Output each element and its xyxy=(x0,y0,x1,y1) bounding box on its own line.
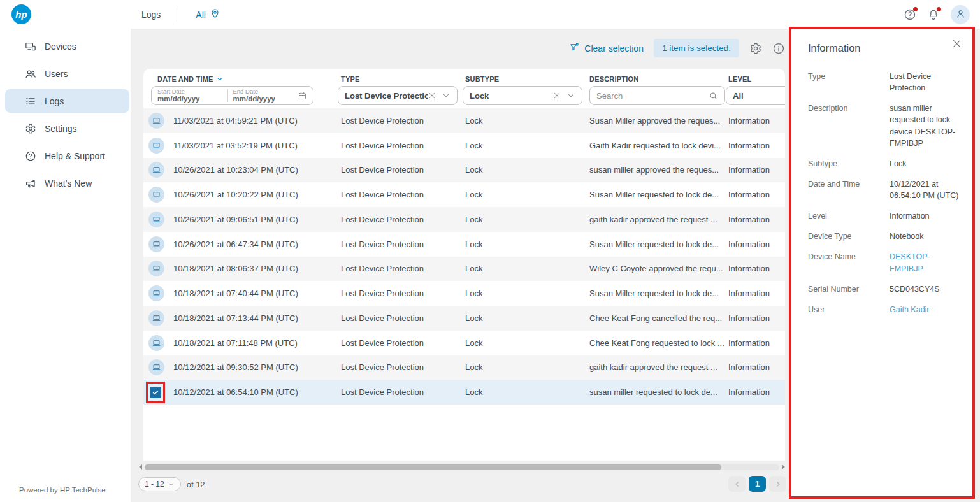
cell-level: Information xyxy=(728,190,785,199)
app-root: hp Logs All DevicesUsersLogsSetting xyxy=(0,0,980,502)
cell-level: Information xyxy=(728,165,785,175)
notifications-button[interactable] xyxy=(927,8,940,21)
table-row[interactable]: 11/03/2021 at 03:52:19 PM (UTC)Lost Devi… xyxy=(143,133,785,158)
clear-x-icon[interactable] xyxy=(428,91,436,100)
column-header-type[interactable]: TYPE xyxy=(341,75,360,83)
scrollbar-thumb[interactable] xyxy=(145,464,721,470)
cell-level: Information xyxy=(728,289,785,298)
cell-type: Lost Device Protection xyxy=(341,116,465,126)
table-row[interactable]: 10/26/2021 at 10:23:04 PM (UTC)Lost Devi… xyxy=(143,158,785,183)
cell-datetime: 10/12/2021 at 09:30:52 PM (UTC) xyxy=(173,362,341,372)
notification-dot xyxy=(937,7,941,11)
panel-field-label: Serial Number xyxy=(808,283,890,295)
panel-header: Information xyxy=(808,42,962,54)
notification-dot xyxy=(913,7,918,11)
scroll-left-arrow-icon[interactable] xyxy=(139,464,142,470)
sidebar-nav: DevicesUsersLogsSettingsHelp & SupportWh… xyxy=(0,29,131,195)
chevron-down-icon[interactable] xyxy=(566,91,575,100)
column-header-description[interactable]: DESCRIPTION xyxy=(589,75,638,83)
column-header-datetime[interactable]: DATE AND TIME xyxy=(157,75,224,83)
cell-description: Susan Miller requested to lock de... xyxy=(589,240,728,249)
sidebar-item-logs[interactable]: Logs xyxy=(5,89,129,113)
close-panel-button[interactable] xyxy=(951,38,962,49)
panel-field-value[interactable]: Gaith Kadir xyxy=(890,304,962,315)
table-row[interactable]: 10/18/2021 at 07:13:44 PM (UTC)Lost Devi… xyxy=(143,306,785,331)
description-search-input[interactable]: Search xyxy=(589,86,725,105)
sidebar-item-what-s-new[interactable]: What's New xyxy=(5,171,129,195)
start-date-input[interactable]: Start Date mm/dd/yyyy xyxy=(157,89,222,103)
laptop-icon xyxy=(148,212,164,227)
table-row[interactable]: 10/18/2021 at 07:11:48 PM (UTC)Lost Devi… xyxy=(143,331,785,355)
cell-level: Information xyxy=(728,215,785,224)
laptop-icon xyxy=(148,261,164,276)
scope-label: All xyxy=(196,10,206,20)
table-row[interactable]: 10/26/2021 at 09:06:51 PM (UTC)Lost Devi… xyxy=(143,207,785,232)
cell-type: Lost Device Protection xyxy=(341,313,465,323)
chevron-left-icon xyxy=(733,480,741,488)
laptop-icon xyxy=(148,236,164,252)
table-row[interactable]: 10/18/2021 at 07:40:44 PM (UTC)Lost Devi… xyxy=(143,281,785,306)
panel-field-label: Date and Time xyxy=(808,178,890,201)
panel-field-label: Description xyxy=(808,103,890,149)
cell-description: susan miller requested to lock de... xyxy=(589,387,728,397)
table-row[interactable]: 10/12/2021 at 06:54:10 PM (UTC)Lost Devi… xyxy=(143,380,785,405)
sidebar-item-users[interactable]: Users xyxy=(5,62,129,85)
avatar[interactable] xyxy=(951,5,970,24)
laptop-icon xyxy=(148,187,164,203)
end-date-input[interactable]: End Date mm/dd/yyyy xyxy=(233,89,298,103)
settings-icon xyxy=(25,123,36,134)
table-row[interactable]: 10/26/2021 at 10:20:22 PM (UTC)Lost Devi… xyxy=(143,182,785,207)
scope-selector[interactable]: All xyxy=(196,8,220,21)
panel-field-value[interactable]: DESKTOP-FMPIBJP xyxy=(890,251,962,274)
level-filter-select[interactable]: All xyxy=(726,86,785,105)
help-badge-button[interactable] xyxy=(904,8,916,21)
date-range-filter[interactable]: Start Date mm/dd/yyyy End Date mm/dd/yyy… xyxy=(151,86,313,105)
cell-subtype: Lock xyxy=(465,338,589,348)
sidebar-item-settings[interactable]: Settings xyxy=(5,117,129,140)
column-header-level[interactable]: LEVEL xyxy=(728,75,751,83)
topbar-divider xyxy=(178,6,178,23)
prev-page-button[interactable] xyxy=(728,476,746,492)
scrollbar-track[interactable] xyxy=(145,464,779,470)
current-page-button[interactable]: 1 xyxy=(749,476,766,492)
chevron-down-icon[interactable] xyxy=(442,91,450,100)
sidebar-item-devices[interactable]: Devices xyxy=(5,34,129,58)
logs-table-card: DATE AND TIME TYPE SUBTYPE DESCRIPTION L… xyxy=(143,69,785,461)
horizontal-scrollbar[interactable] xyxy=(139,464,785,470)
scroll-right-arrow-icon[interactable] xyxy=(782,464,785,470)
clear-selection-button[interactable]: Clear selection xyxy=(569,42,644,55)
type-filter-select[interactable]: Lost Device Protection xyxy=(338,86,458,105)
cell-datetime: 10/26/2021 at 09:06:51 PM (UTC) xyxy=(173,215,341,224)
calendar-icon[interactable] xyxy=(298,91,307,101)
table-header: DATE AND TIME TYPE SUBTYPE DESCRIPTION L… xyxy=(143,69,785,108)
topbar-tabs: Logs All xyxy=(141,0,220,29)
cell-subtype: Lock xyxy=(465,264,589,273)
clear-x-icon[interactable] xyxy=(552,91,561,100)
cell-level: Information xyxy=(728,264,785,273)
cell-type: Lost Device Protection xyxy=(341,289,465,298)
next-page-button[interactable] xyxy=(769,476,786,492)
table-toolbar: Clear selection 1 item is selected. xyxy=(143,39,785,57)
search-placeholder: Search xyxy=(596,91,709,101)
subtype-filter-select[interactable]: Lock xyxy=(463,86,582,105)
cell-description: Susan Miller requested to lock de... xyxy=(589,289,728,298)
cell-description: gaith kadir approved the request ... xyxy=(589,362,728,372)
column-header-subtype[interactable]: SUBTYPE xyxy=(465,75,499,83)
table-row[interactable]: 11/03/2021 at 04:59:21 PM (UTC)Lost Devi… xyxy=(143,108,785,133)
table-row[interactable]: 10/26/2021 at 06:47:34 PM (UTC)Lost Devi… xyxy=(143,232,785,257)
page-size-dropdown[interactable]: 1 - 12 xyxy=(138,477,181,491)
info-circle-icon xyxy=(772,47,785,57)
table-settings-button[interactable] xyxy=(749,42,762,55)
table-row[interactable]: 10/18/2021 at 08:06:37 PM (UTC)Lost Devi… xyxy=(143,257,785,282)
laptop-icon xyxy=(148,162,164,178)
cell-subtype: Lock xyxy=(465,190,589,199)
topbar-actions xyxy=(904,0,970,29)
sidebar-item-help-support[interactable]: Help & Support xyxy=(5,144,129,168)
sidebar-item-label: Devices xyxy=(45,41,76,52)
cell-type: Lost Device Protection xyxy=(341,387,465,397)
row-checkbox[interactable] xyxy=(150,387,161,398)
sidebar-item-label: Users xyxy=(45,69,68,79)
cell-description: Gaith Kadir requested to lock devi... xyxy=(589,141,728,150)
table-info-button[interactable] xyxy=(772,42,785,55)
table-row[interactable]: 10/12/2021 at 09:30:52 PM (UTC)Lost Devi… xyxy=(143,355,785,380)
